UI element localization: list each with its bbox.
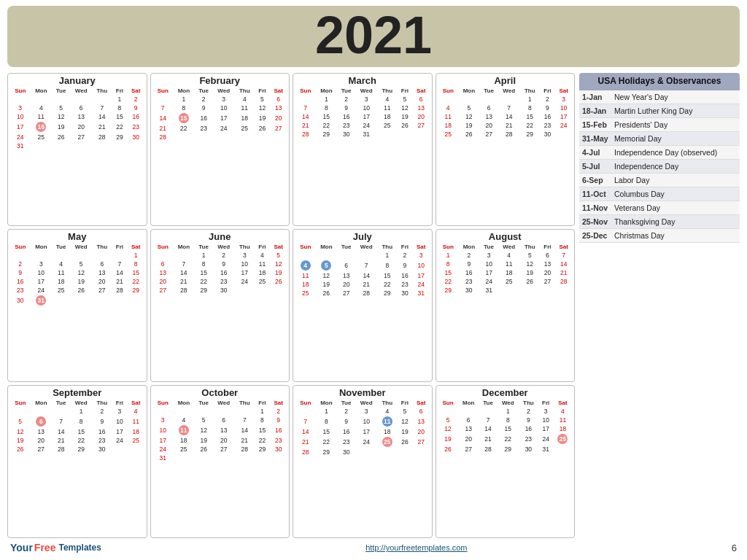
- cal-day: 26: [397, 436, 413, 448]
- day-header: Mon: [173, 243, 195, 251]
- cal-day: 9: [213, 260, 235, 268]
- cal-day: 10: [213, 104, 235, 112]
- day-header: Thu: [377, 243, 397, 251]
- cal-day: [270, 133, 287, 141]
- cal-day: [555, 130, 572, 139]
- holidays-title: USA Holidays & Observances: [579, 73, 740, 90]
- cal-day: 20: [270, 112, 287, 124]
- day-header: Wed: [498, 87, 520, 95]
- cal-day: 24: [355, 121, 377, 130]
- footer-url[interactable]: http://yourfreetemplates.com: [365, 543, 467, 552]
- cal-day: [255, 133, 271, 141]
- cal-day: 22: [70, 436, 92, 445]
- circle-red: 25: [382, 437, 392, 447]
- day-header: Sat: [413, 243, 430, 251]
- logo-your: Your: [10, 542, 33, 553]
- cal-day: 28: [295, 130, 315, 139]
- cal-day: [337, 251, 355, 260]
- year-header: 2021: [7, 6, 740, 67]
- cal-day: 17: [538, 424, 553, 433]
- circle-red: 6: [36, 416, 46, 427]
- cal-day: 30: [337, 130, 355, 139]
- day-header: Fri: [255, 87, 271, 95]
- cal-day: 17: [10, 121, 30, 133]
- day-header: Tue: [480, 243, 498, 251]
- cal-day: 10: [30, 268, 52, 277]
- cal-day: 20: [337, 280, 355, 289]
- cal-day: 28: [498, 130, 520, 139]
- day-header: Mon: [30, 243, 52, 251]
- day-header: Mon: [315, 243, 337, 251]
- month-name: October: [153, 387, 287, 398]
- cal-day: [255, 454, 271, 462]
- cal-day: 9: [270, 416, 287, 424]
- day-header: Thu: [92, 399, 112, 407]
- cal-day: 11: [255, 260, 271, 268]
- cal-day: 6: [30, 416, 52, 427]
- circle-red: 31: [36, 295, 46, 306]
- month-block-august: AugustSunMonTueWedThuFriSat1234567891011…: [436, 229, 576, 382]
- cal-day: 21: [52, 436, 70, 445]
- cal-day: 13: [413, 104, 430, 112]
- cal-day: 20: [413, 427, 430, 436]
- day-header: Fri: [255, 243, 271, 251]
- cal-day: 13: [30, 427, 52, 436]
- month-name: March: [295, 75, 430, 86]
- cal-day: 16: [519, 424, 538, 433]
- cal-day: 8: [438, 260, 458, 268]
- cal-day: 23: [540, 121, 556, 130]
- cal-day: 14: [92, 112, 112, 121]
- cal-day: 4: [295, 260, 315, 271]
- cal-day: 18: [438, 121, 458, 130]
- day-header: Tue: [480, 87, 498, 95]
- cal-day: 7: [355, 260, 377, 271]
- cal-table: SunMonTueWedThuFriSat1234567891011121314…: [153, 399, 287, 462]
- day-header: Mon: [173, 399, 195, 407]
- day-header: Sun: [153, 399, 173, 407]
- day-header: Sat: [555, 87, 572, 95]
- cal-day: 4: [30, 104, 52, 112]
- day-header: Wed: [70, 243, 92, 251]
- cal-day: 4: [554, 407, 572, 416]
- day-header: Thu: [520, 87, 540, 95]
- cal-day: 18: [554, 424, 572, 433]
- cal-day: 3: [112, 407, 128, 416]
- day-header: Sat: [270, 87, 287, 95]
- cal-day: 18: [498, 268, 520, 277]
- holiday-item: 25-NovThanksgiving Day: [579, 215, 740, 229]
- cal-day: 8: [315, 104, 337, 112]
- cal-day: [235, 454, 255, 462]
- cal-day: 27: [458, 445, 479, 454]
- cal-day: 25: [235, 124, 255, 133]
- cal-day: 1: [173, 95, 195, 104]
- cal-day: 2: [519, 407, 538, 416]
- day-header: Tue: [195, 87, 213, 95]
- circle-red: 15: [179, 113, 189, 123]
- logo-free: Free: [34, 542, 56, 553]
- cal-day: 23: [458, 277, 480, 286]
- cal-day: 21: [153, 124, 173, 133]
- cal-day: 26: [70, 286, 92, 295]
- cal-day: 21: [295, 121, 315, 130]
- cal-day: 19: [458, 121, 480, 130]
- cal-day: 29: [315, 130, 337, 139]
- cal-day: 12: [397, 104, 413, 112]
- cal-day: 13: [70, 112, 92, 121]
- day-header: Sun: [438, 399, 458, 407]
- cal-day: 1: [438, 251, 458, 260]
- month-block-july: JulySunMonTueWedThuFriSat123456789101112…: [293, 229, 433, 382]
- holiday-date: 5-Jul: [582, 162, 614, 171]
- day-header: Wed: [70, 87, 92, 95]
- cal-day: 30: [458, 286, 480, 295]
- cal-day: [52, 141, 70, 150]
- cal-day: 23: [337, 121, 355, 130]
- day-header: Tue: [337, 243, 355, 251]
- cal-day: 22: [520, 121, 540, 130]
- cal-day: [112, 141, 128, 150]
- cal-day: 6: [92, 260, 112, 268]
- cal-day: 29: [255, 445, 271, 454]
- cal-day: 23: [519, 433, 538, 445]
- cal-day: 24: [413, 280, 430, 289]
- cal-day: 7: [498, 104, 520, 112]
- holiday-date: 18-Jan: [582, 106, 614, 115]
